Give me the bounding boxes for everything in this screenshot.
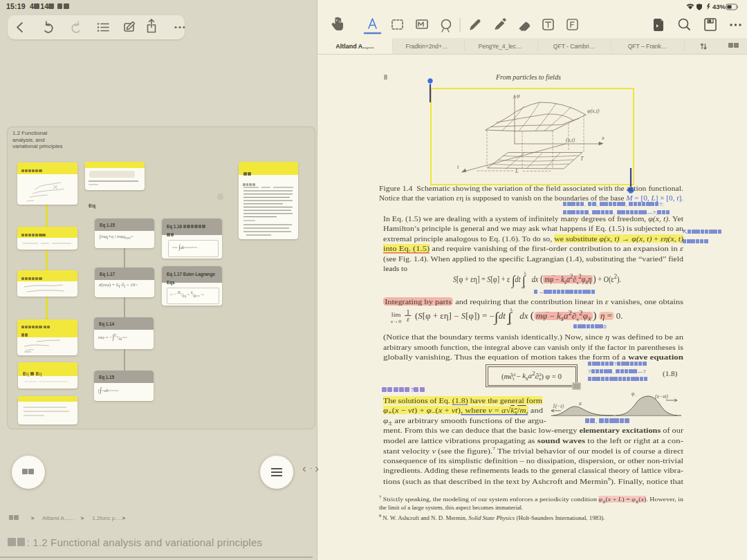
svg-text:L: L [515,167,519,174]
svg-text:t: t [457,163,459,170]
svg-text:43%: 43% [712,3,726,10]
svg-text:x: x [601,134,605,141]
svg-text:φ+: φ+ [631,391,637,398]
svg-text:(x,t): (x,t) [566,137,575,143]
svg-text:φ(x,t): φ(x,t) [587,108,600,114]
svg-text:φ: φ [517,92,520,99]
svg-text:a: a [579,400,582,407]
svg-text:(x−vt): (x−vt) [655,393,668,400]
svg-text:T: T [580,156,584,162]
svg-text:1(−t): 1(−t) [553,403,564,409]
